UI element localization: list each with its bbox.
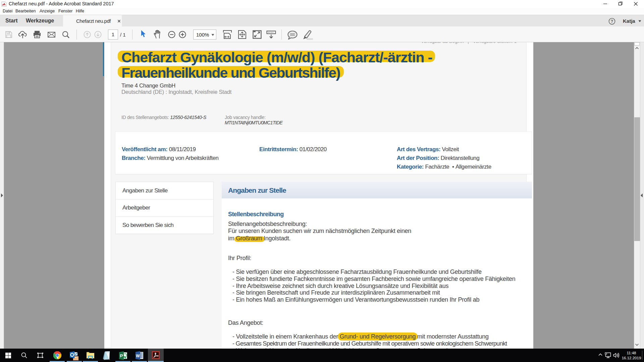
svg-text:P: P: [120, 353, 123, 358]
svg-text:W: W: [136, 354, 140, 358]
svg-text:?: ?: [611, 19, 613, 24]
